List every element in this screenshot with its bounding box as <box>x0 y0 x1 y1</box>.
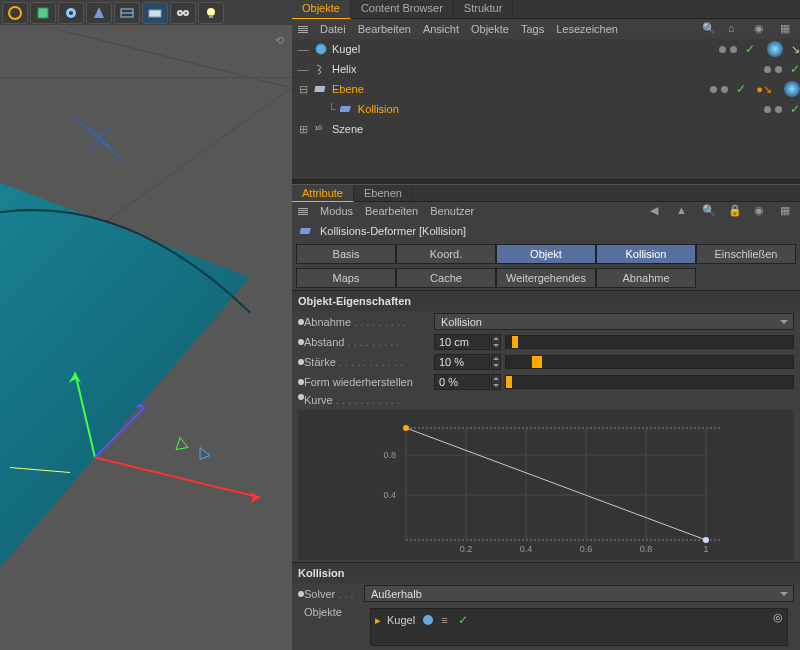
tab-content-browser[interactable]: Content Browser <box>351 0 454 18</box>
collision-object-list[interactable]: ▸ Kugel ≡ ✓ ◎ <box>370 608 788 646</box>
svg-rect-1 <box>38 8 48 18</box>
svg-text:0.4: 0.4 <box>383 490 396 500</box>
target-icon[interactable]: ◎ <box>773 611 783 624</box>
back-icon[interactable]: ◀ <box>650 204 664 218</box>
menu-user[interactable]: Benutzer <box>430 205 474 217</box>
attrtab-objekt[interactable]: Objekt <box>496 244 596 264</box>
enable-check-icon[interactable]: ✓ <box>458 613 468 627</box>
pin-icon[interactable]: ◉ <box>754 204 768 218</box>
menu-bookmarks[interactable]: Lesezeichen <box>556 23 618 35</box>
menu-objects[interactable]: Objekte <box>471 23 509 35</box>
arrow-tag-icon[interactable]: ↘ <box>791 43 800 56</box>
tool-cube-icon[interactable] <box>30 2 56 24</box>
home-icon[interactable]: ⌂ <box>728 22 742 36</box>
attrtab-kollision[interactable]: Kollision <box>596 244 696 264</box>
svg-text:0.8: 0.8 <box>383 450 396 460</box>
lock-icon[interactable]: 🔒 <box>728 204 742 218</box>
solver-dropdown[interactable]: Außerhalb <box>364 585 794 602</box>
staerke-slider[interactable] <box>505 355 794 369</box>
tab-layers[interactable]: Ebenen <box>354 185 413 201</box>
enable-check-icon[interactable]: ✓ <box>790 102 800 116</box>
svg-text:0.8: 0.8 <box>640 544 653 554</box>
tool-ring-icon[interactable] <box>2 2 28 24</box>
attrtab-koord[interactable]: Koord. <box>396 244 496 264</box>
attrtab-basis[interactable]: Basis <box>296 244 396 264</box>
enable-check-icon[interactable]: ✓ <box>745 42 755 56</box>
tree-row-helix[interactable]: — Helix ✓ <box>292 59 800 79</box>
prop-label: Abnahme . . . . . . . . . <box>304 316 434 328</box>
tab-structure[interactable]: Struktur <box>454 0 514 18</box>
form-slider[interactable] <box>505 375 794 389</box>
tree-label: Szene <box>332 123 363 135</box>
staerke-input[interactable]: 10 % <box>434 354 490 370</box>
svg-point-39 <box>703 537 709 543</box>
attrtab-weitergehendes[interactable]: Weitergehendes <box>496 268 596 288</box>
tree-row-kollision[interactable]: └ Kollision ✓ <box>292 99 800 119</box>
grip-icon <box>298 208 308 215</box>
up-icon[interactable]: ▲ <box>676 204 690 218</box>
menu-view[interactable]: Ansicht <box>423 23 459 35</box>
object-tree[interactable]: — Kugel ✓ ↘ — Helix ✓ ⊟ Ebene ✓ ●↘ └ Kol… <box>292 39 800 179</box>
enable-check-icon[interactable]: ✓ <box>790 62 800 76</box>
menu-mode[interactable]: Modus <box>320 205 353 217</box>
attribute-title-bar: Kollisions-Deformer [Kollision] <box>292 220 800 242</box>
prop-abstand: Abstand . . . . . . . . . 10 cm <box>292 332 800 352</box>
search-icon[interactable]: 🔍 <box>702 22 716 36</box>
attribute-title: Kollisions-Deformer [Kollision] <box>320 225 466 237</box>
link-icon[interactable]: ●↘ <box>756 83 772 96</box>
menu-tags[interactable]: Tags <box>521 23 544 35</box>
svg-text:¹⁰: ¹⁰ <box>315 124 322 135</box>
spinner[interactable] <box>491 334 501 350</box>
menu-file[interactable]: Datei <box>320 23 346 35</box>
list-item[interactable]: ▸ Kugel ≡ ✓ <box>375 613 783 627</box>
tool-gear-icon[interactable] <box>58 2 84 24</box>
search-icon[interactable]: 🔍 <box>702 204 716 218</box>
svg-point-9 <box>179 12 181 14</box>
curve-editor[interactable]: 0.8 0.4 0.2 0.4 0.6 0.8 1 <box>298 410 794 560</box>
svg-point-10 <box>185 12 187 14</box>
attrtab-abnahme[interactable]: Abnahme <box>596 268 696 288</box>
attrtab-einschliessen[interactable]: Einschließen <box>696 244 796 264</box>
abstand-slider[interactable] <box>505 335 794 349</box>
tree-row-kugel[interactable]: — Kugel ✓ ↘ <box>292 39 800 59</box>
deformer-icon <box>300 224 314 238</box>
svg-rect-23 <box>314 86 325 92</box>
enable-check-icon[interactable]: ✓ <box>736 82 746 96</box>
spinner[interactable] <box>491 374 501 390</box>
tool-plane-icon[interactable] <box>142 2 168 24</box>
attrtab-cache[interactable]: Cache <box>396 268 496 288</box>
prop-label: Kurve . . . . . . . . . . . <box>304 394 434 406</box>
svg-rect-24 <box>340 106 351 112</box>
tool-eyes-icon[interactable] <box>170 2 196 24</box>
object-manager-tabs: Objekte Content Browser Struktur <box>292 0 800 19</box>
tab-attribute[interactable]: Attribute <box>292 185 354 202</box>
svg-point-3 <box>69 11 73 15</box>
prop-solver: Solver . . . Außerhalb <box>292 583 800 604</box>
dynamics-tag-icon[interactable] <box>767 41 783 57</box>
layout-icon[interactable]: ▦ <box>780 204 794 218</box>
form-input[interactable]: 0 % <box>434 374 490 390</box>
abnahme-dropdown[interactable]: Kollision <box>434 313 794 330</box>
svg-point-11 <box>207 8 215 16</box>
attrtab-maps[interactable]: Maps <box>296 268 396 288</box>
tree-label: Kollision <box>358 103 399 115</box>
prop-label: Solver . . . <box>304 588 364 600</box>
tool-cone-icon[interactable] <box>86 2 112 24</box>
tree-row-ebene[interactable]: ⊟ Ebene ✓ ●↘ <box>292 79 800 99</box>
list-item-label: Kugel <box>387 614 415 626</box>
menu-edit[interactable]: Bearbeiten <box>365 205 418 217</box>
tab-objects[interactable]: Objekte <box>292 0 351 19</box>
dynamics-tag-icon[interactable] <box>784 81 800 97</box>
grip-icon <box>298 26 308 33</box>
spinner[interactable] <box>491 354 501 370</box>
helix-icon <box>314 62 328 76</box>
layout-icon[interactable]: ▦ <box>780 22 794 36</box>
menu-edit[interactable]: Bearbeiten <box>358 23 411 35</box>
3d-viewport[interactable]: ⟲ <box>0 25 292 650</box>
tree-row-szene[interactable]: ⊞ ¹⁰ Szene <box>292 119 800 139</box>
svg-rect-26 <box>300 228 311 234</box>
tool-bulb-icon[interactable] <box>198 2 224 24</box>
eye-icon[interactable]: ◉ <box>754 22 768 36</box>
tool-grid-icon[interactable] <box>114 2 140 24</box>
abstand-input[interactable]: 10 cm <box>434 334 490 350</box>
